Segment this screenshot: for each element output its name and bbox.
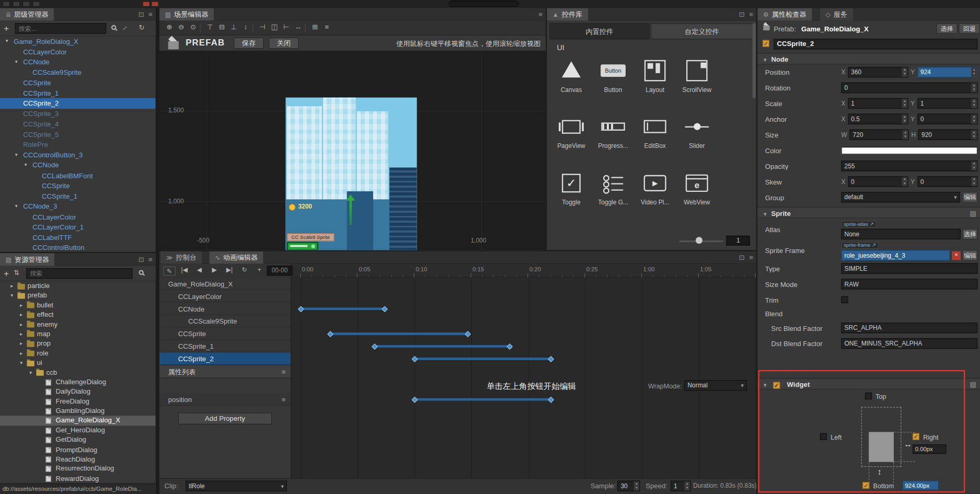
panel-menu-icon[interactable]: ≡ [538, 8, 543, 21]
prefab-select-button[interactable]: 选择 [936, 23, 958, 33]
stepper-icon[interactable]: ▲▼ [902, 99, 908, 108]
stepper-icon[interactable]: ▲▼ [971, 83, 977, 93]
keyframe-span[interactable] [301, 307, 385, 310]
number-field[interactable]: 924▲▼ [917, 67, 977, 77]
tree-item[interactable]: ▾Game_RoleDialog_X [0, 36, 156, 47]
stepper-icon[interactable]: ▲▼ [971, 130, 977, 140]
tree-item[interactable]: CCLayerColor [0, 47, 156, 57]
tree-expand-icon[interactable]: ▾ [20, 358, 22, 367]
component-menu-icon[interactable]: ▤ [970, 208, 976, 219]
search-icon[interactable] [139, 270, 144, 275]
library-item[interactable]: PageView [552, 113, 591, 149]
keyframe-diamond[interactable] [465, 331, 471, 337]
timeline-track[interactable]: CCScale9Sprite [159, 315, 291, 328]
panel-menu-icon[interactable]: ≡ [749, 8, 753, 21]
toolbar-button[interactable] [13, 1, 20, 7]
choose-asset-button[interactable]: 选择 [963, 229, 978, 239]
keyframe-diamond[interactable] [372, 343, 378, 350]
tree-item[interactable]: CCSprite [0, 181, 156, 191]
expand-collapse-icon[interactable]: ↕ [122, 24, 130, 31]
tab-animation-editor[interactable]: ∿动画编辑器 [210, 251, 263, 264]
timeline-track[interactable]: CCSprite_2 [159, 352, 291, 365]
number-field[interactable]: 720▲▼ [850, 130, 909, 140]
asset-item[interactable]: ChallengeDialog [0, 377, 156, 387]
timeline-ruler[interactable]: 0:000:050:100:150:200:251:001:051:10 [300, 264, 756, 278]
library-item[interactable]: Toggle G... [594, 169, 632, 205]
tree-expand-icon[interactable]: ▸ [20, 320, 22, 329]
skip-start-icon[interactable]: |◀ [178, 266, 191, 273]
zoom-fit-icon[interactable]: ⊙ [188, 23, 198, 31]
play-icon[interactable]: ▶ [208, 266, 221, 273]
tree-item[interactable]: CCLayerColor_1 [0, 222, 156, 233]
current-time-display[interactable]: 00-00 [267, 266, 293, 275]
asset-item[interactable]: FreeDialog [0, 397, 156, 406]
stretch-v-icon[interactable]: ↕ [240, 23, 250, 30]
toolbar-button-red[interactable] [151, 1, 158, 7]
property-row-position[interactable]: position ≡ [159, 393, 291, 406]
tree-expand-icon[interactable]: ▸ [20, 301, 22, 310]
widget-left-checkbox[interactable]: ✓ [820, 433, 827, 440]
align-top-icon[interactable]: ⊤ [205, 23, 215, 31]
timeline-track[interactable]: CCSprite_1 [159, 340, 291, 353]
tree-item[interactable]: CCSprite [0, 77, 156, 88]
tree-expand-icon[interactable]: ▾ [15, 150, 18, 160]
save-button[interactable]: 保存 [234, 38, 263, 49]
keyframe-diamond[interactable] [411, 396, 418, 403]
wrapmode-select[interactable]: Normal [684, 380, 747, 390]
tree-item[interactable]: CCScale9Sprite [0, 67, 156, 78]
library-item[interactable]: Canvas [552, 57, 591, 93]
align-vcenter-icon[interactable]: ⊟ [217, 23, 227, 31]
timeline-track[interactable]: CCLayerColor [159, 290, 291, 303]
value-field[interactable]: SIMPLE [841, 263, 978, 273]
number-field[interactable]: 255▲▼ [841, 160, 978, 171]
property-row-menu-icon[interactable]: ≡ [282, 393, 286, 406]
tree-item[interactable]: ▾CCNode_3 [0, 201, 156, 212]
scrollbar[interactable] [753, 23, 756, 98]
library-item[interactable]: EditBox [636, 113, 674, 149]
widget-top-checkbox[interactable]: ✓ [865, 393, 872, 399]
add-key-icon[interactable]: + [253, 266, 266, 273]
widget-right-value[interactable]: 0.00px [913, 444, 947, 454]
library-item[interactable]: ▶Video Pl... [636, 169, 674, 205]
asset-item[interactable]: RewardDialog [0, 474, 156, 483]
node-name-field[interactable]: CCSprite_2 [774, 39, 977, 49]
add-property-button[interactable]: Add Property [178, 412, 272, 424]
node-active-checkbox[interactable]: ✓ [763, 40, 769, 47]
sort-icon[interactable]: ⇅ [14, 269, 19, 277]
align-hcenter-icon[interactable]: ◫ [269, 23, 279, 31]
number-field[interactable]: 0▲▼ [848, 176, 908, 187]
loop-icon[interactable]: ↻ [238, 266, 251, 273]
panel-menu-icon[interactable]: ≡ [749, 251, 753, 264]
step-forward-icon[interactable]: ▶| [223, 266, 236, 273]
tab-library[interactable]: ▲控件库 [547, 8, 588, 21]
align-left-icon[interactable]: ⊣ [258, 23, 268, 31]
step-back-icon[interactable]: ◀ [193, 266, 206, 273]
library-item[interactable]: ButtonButton [594, 57, 632, 93]
align-right-icon[interactable]: ⊢ [281, 23, 291, 31]
tree-item[interactable]: CCLabelBMFont [0, 170, 156, 181]
number-field[interactable]: 0▲▼ [841, 83, 978, 93]
asset-item[interactable]: GamblingDialog [0, 406, 156, 416]
float-panel-icon[interactable]: ⊡ [139, 253, 144, 266]
timeline-track[interactable]: CCSprite [159, 328, 291, 340]
clip-select[interactable]: tlRole [186, 481, 287, 491]
value-field[interactable]: SRC_ALPHA [841, 323, 978, 333]
tab-builtin-widgets[interactable]: 内置控件 [549, 23, 649, 39]
asset-item[interactable]: ▸enemy [0, 320, 156, 329]
library-item[interactable]: ScrollView [677, 57, 716, 93]
tree-expand-icon[interactable]: ▸ [20, 349, 22, 358]
widget-section-header[interactable]: ▼ ✓ Widget ▤ [757, 378, 980, 389]
zoom-in-icon[interactable]: ⊕ [164, 23, 174, 31]
stepper-icon[interactable]: ▲▼ [903, 130, 908, 140]
toolbar-button[interactable] [3, 1, 10, 7]
slider-knob[interactable] [696, 237, 702, 244]
library-item[interactable]: ✓Toggle [552, 169, 591, 205]
tree-expand-icon[interactable]: ▸ [20, 310, 22, 319]
match-size-icon[interactable]: ⊞ [310, 23, 320, 31]
tree-expand-icon[interactable]: ▸ [20, 329, 22, 339]
tree-expand-icon[interactable]: ▾ [6, 36, 8, 47]
zoom-out-icon[interactable]: ⊖ [176, 23, 186, 31]
group-select[interactable]: default [841, 192, 960, 202]
component-menu-icon[interactable]: ▤ [970, 379, 976, 390]
asset-item[interactable]: GetDialog [0, 435, 156, 445]
